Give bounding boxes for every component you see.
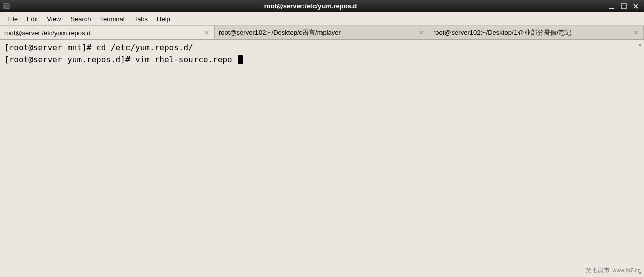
menu-edit[interactable]: Edit [23, 14, 42, 24]
tab-2-label: root@server102:~/Desktop/c语言/mplayer [219, 28, 414, 37]
menu-view[interactable]: View [43, 14, 65, 24]
terminal-line-2: [root@server yum.repos.d]# vim rhel-sour… [4, 54, 632, 66]
terminal-cursor [238, 55, 243, 64]
window-controls [608, 2, 642, 10]
scrollbar-up-icon[interactable]: ▴ [636, 40, 644, 48]
menu-tabs[interactable]: Tabs [130, 14, 152, 24]
tab-3-label: root@server102:~/Desktop/1企业部分暑假/笔记 [433, 28, 628, 37]
watermark-text-2: www.th7.cn [613, 268, 641, 273]
menu-terminal[interactable]: Terminal [96, 14, 129, 24]
maximize-button[interactable] [620, 2, 628, 10]
terminal-line-1: [root@server mnt]# cd /etc/yum.repos.d/ [4, 42, 632, 54]
terminal-output[interactable]: [root@server mnt]# cd /etc/yum.repos.d/[… [0, 40, 636, 277]
menu-help[interactable]: Help [153, 14, 174, 24]
svg-rect-2 [609, 8, 614, 9]
terminal-line-2-text: [root@server yum.repos.d]# vim rhel-sour… [4, 55, 237, 64]
titlebar: >_ root@server:/etc/yum.repos.d [0, 0, 644, 12]
tab-3[interactable]: root@server102:~/Desktop/1企业部分暑假/笔记 ✕ [429, 26, 644, 39]
tab-2-close-icon[interactable]: ✕ [418, 29, 425, 36]
tab-3-close-icon[interactable]: ✕ [632, 29, 639, 36]
tab-1-label: root@server:/etc/yum.repos.d [4, 29, 199, 37]
svg-rect-3 [621, 4, 626, 9]
tab-1-close-icon[interactable]: ✕ [203, 29, 210, 36]
watermark: 第七城市 www.th7.cn [586, 266, 641, 275]
minimize-button[interactable] [608, 2, 616, 10]
menubar: File Edit View Search Terminal Tabs Help [0, 12, 644, 26]
watermark-text-1: 第七城市 [586, 266, 610, 275]
tab-1[interactable]: root@server:/etc/yum.repos.d ✕ [0, 26, 215, 39]
window-title: root@server:/etc/yum.repos.d [13, 2, 608, 10]
svg-text:>_: >_ [4, 4, 9, 8]
tabbar: root@server:/etc/yum.repos.d ✕ root@serv… [0, 26, 644, 40]
menu-file[interactable]: File [3, 14, 22, 24]
terminal-app-icon: >_ [2, 2, 10, 10]
terminal-wrapper: [root@server mnt]# cd /etc/yum.repos.d/[… [0, 40, 644, 277]
tab-2[interactable]: root@server102:~/Desktop/c语言/mplayer ✕ [215, 26, 429, 39]
menu-search[interactable]: Search [66, 14, 95, 24]
scrollbar[interactable]: ▴ ▾ [636, 40, 644, 277]
scrollbar-track[interactable] [636, 48, 644, 269]
close-button[interactable] [632, 2, 640, 10]
